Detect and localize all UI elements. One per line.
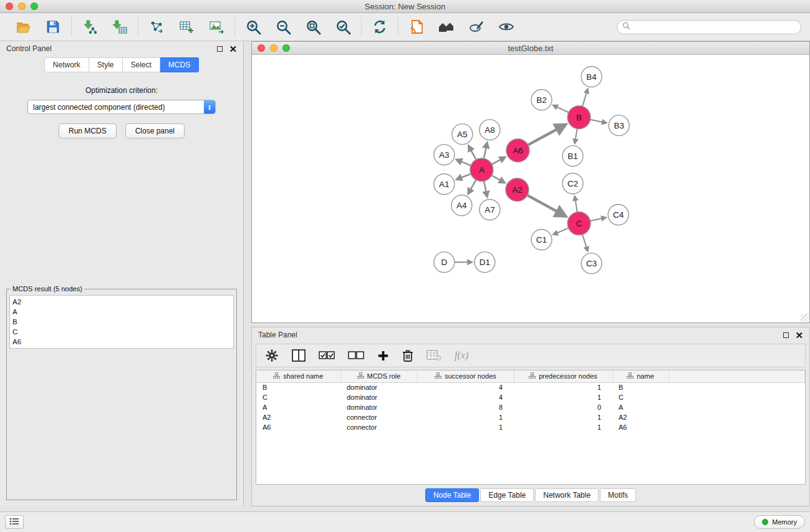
graph-node-B[interactable]: B <box>567 106 591 129</box>
search-input[interactable] <box>634 22 796 31</box>
graph-node-A2[interactable]: A2 <box>506 178 529 201</box>
zoom-network-icon[interactable] <box>282 44 290 52</box>
tab-style[interactable]: Style <box>89 57 123 72</box>
delete-column-icon[interactable] <box>402 349 413 362</box>
zoom-window-icon[interactable] <box>31 2 38 10</box>
column-layout-icon[interactable] <box>292 349 306 362</box>
graph-node-C[interactable]: C <box>567 212 591 235</box>
delete-table-icon[interactable] <box>427 349 441 362</box>
float-panel-icon[interactable] <box>217 46 223 52</box>
memory-button[interactable]: Memory <box>754 515 805 529</box>
table-cell[interactable]: 1 <box>514 382 612 392</box>
pen-eye-icon[interactable] <box>467 17 486 36</box>
graph-node-A[interactable]: A <box>470 158 493 181</box>
graph-edge-A-A3[interactable] <box>456 160 471 165</box>
graph-node-C1[interactable]: C1 <box>531 230 552 250</box>
tab-select[interactable]: Select <box>123 57 160 72</box>
export-image-icon[interactable] <box>207 17 226 36</box>
zoom-out-icon[interactable] <box>274 17 292 36</box>
graph-node-C2[interactable]: C2 <box>562 173 583 194</box>
criterion-dropdown[interactable]: largest connected component (directed) ▲… <box>27 100 216 114</box>
graph-node-A8[interactable]: A8 <box>480 120 500 140</box>
mcds-result-item[interactable]: A2 <box>12 297 231 307</box>
table-cell[interactable]: C <box>612 392 668 402</box>
import-network-icon[interactable] <box>80 17 99 36</box>
table-cell[interactable]: 1 <box>417 422 514 432</box>
table-row[interactable]: Adominator80A <box>256 402 805 412</box>
graph-node-C3[interactable]: C3 <box>581 253 602 274</box>
mcds-result-list[interactable]: A2ABCA6 <box>9 295 234 349</box>
close-network-icon[interactable] <box>258 44 265 52</box>
panel-divider[interactable] <box>244 41 251 506</box>
column-type-icon[interactable] <box>273 372 280 380</box>
table-settings-gear-icon[interactable] <box>265 349 279 362</box>
tab-mcds[interactable]: MCDS <box>160 57 199 72</box>
graph-edge-C-C1[interactable] <box>554 228 569 235</box>
graph-edge-B-B3[interactable] <box>591 120 606 123</box>
close-window-icon[interactable] <box>6 2 13 10</box>
graph-node-A7[interactable]: A7 <box>480 200 500 220</box>
mcds-result-item[interactable]: C <box>12 327 231 337</box>
column-header[interactable]: name <box>612 370 668 382</box>
column-type-icon[interactable] <box>435 372 441 380</box>
graph-edge-B-B4[interactable] <box>582 89 587 106</box>
table-cell[interactable]: A2 <box>612 412 668 422</box>
graph-edge-A-A4[interactable] <box>468 180 476 193</box>
table-cell[interactable]: connector <box>340 412 417 422</box>
graph-edge-B-B1[interactable] <box>575 128 577 143</box>
graph-node-A5[interactable]: A5 <box>452 124 473 145</box>
save-session-icon[interactable] <box>44 17 62 36</box>
table-cell[interactable]: 1 <box>514 412 612 422</box>
task-monitor-button[interactable] <box>5 515 24 529</box>
mcds-result-item[interactable]: A <box>12 307 231 317</box>
graph-edge-C-C2[interactable] <box>575 196 577 212</box>
table-cell[interactable]: dominator <box>340 402 417 412</box>
table-row[interactable]: A2connector11A2 <box>256 412 805 422</box>
search-field[interactable] <box>617 20 801 34</box>
export-page-icon[interactable] <box>407 17 426 36</box>
graph-node-B4[interactable]: B4 <box>581 67 602 87</box>
table-row[interactable]: Bdominator41B <box>256 382 805 392</box>
graph-edge-C-C4[interactable] <box>591 218 606 221</box>
refresh-icon[interactable] <box>370 17 389 36</box>
table-cell[interactable]: 0 <box>514 402 612 412</box>
column-header[interactable]: shared name <box>256 370 340 382</box>
table-cell[interactable]: B <box>612 382 668 392</box>
tab-network[interactable]: Network <box>44 57 89 72</box>
graph-edge-A-A5[interactable] <box>469 146 476 160</box>
graph-edge-A6-B[interactable] <box>528 125 565 145</box>
table-cell[interactable]: A <box>612 402 668 412</box>
graph-edge-A-A2[interactable] <box>492 175 504 182</box>
close-table-panel-icon[interactable]: ✕ <box>795 331 803 340</box>
run-mcds-button[interactable]: Run MCDS <box>59 123 117 138</box>
new-table-icon[interactable] <box>177 17 196 36</box>
graph-edge-A-A8[interactable] <box>484 143 487 158</box>
column-header[interactable]: successor nodes <box>417 370 514 382</box>
column-type-icon[interactable] <box>529 372 536 380</box>
open-file-icon[interactable] <box>14 17 32 36</box>
network-canvas[interactable]: B4B2BB3A5A8A6B1A3AC2A1A2A4A7C4CC1C3DD1 <box>252 55 809 322</box>
deselect-all-rows-icon[interactable] <box>348 351 364 360</box>
table-cell[interactable]: C <box>256 392 340 402</box>
table-cell[interactable]: 4 <box>417 392 514 402</box>
import-table-icon[interactable] <box>110 17 129 36</box>
graph-node-D1[interactable]: D1 <box>475 252 495 273</box>
new-network-icon[interactable] <box>147 17 166 36</box>
tab-motifs[interactable]: Motifs <box>600 488 636 502</box>
graph-node-B3[interactable]: B3 <box>609 115 629 136</box>
table-cell[interactable]: 1 <box>514 422 612 432</box>
add-column-icon[interactable] <box>377 350 389 362</box>
tab-network-table[interactable]: Network Table <box>535 488 599 502</box>
tab-edge-table[interactable]: Edge Table <box>480 488 534 502</box>
table-row[interactable]: Cdominator41C <box>256 392 805 402</box>
graph-edge-A-A1[interactable] <box>456 174 471 180</box>
minimize-window-icon[interactable] <box>18 2 26 10</box>
table-cell[interactable]: 1 <box>514 392 612 402</box>
table-cell[interactable]: B <box>256 382 340 392</box>
tab-node-table[interactable]: Node Table <box>425 488 480 502</box>
column-header[interactable]: predecessor nodes <box>514 370 612 382</box>
eye-icon[interactable] <box>497 17 516 36</box>
graph-node-A1[interactable]: A1 <box>434 174 455 195</box>
table-cell[interactable]: connector <box>340 422 417 432</box>
graph-node-C4[interactable]: C4 <box>608 205 629 225</box>
